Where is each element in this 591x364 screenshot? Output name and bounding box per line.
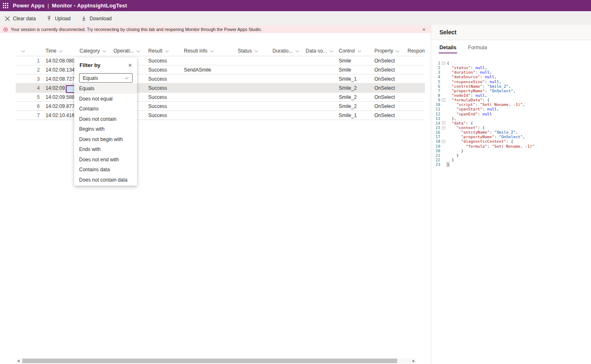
filter-option[interactable]: Contains [74,104,137,114]
filter-close-icon[interactable]: ✕ [128,63,132,68]
scrollbar-thumb[interactable] [22,359,397,363]
scroll-left-arrow[interactable]: ◀ [16,358,21,364]
cell-num[interactable]: 6 [31,102,42,110]
cell-data_source[interactable] [302,93,335,101]
cell-status[interactable] [234,56,269,65]
download-button[interactable]: Download [81,11,111,26]
cell-control[interactable]: Smile [335,65,371,74]
cell-num[interactable]: 1 [31,56,42,65]
cell-time[interactable]: 14:02:08.134 [42,65,76,74]
fold-collapse-icon[interactable]: − [442,98,445,102]
column-header-operati-[interactable]: Operati... [110,46,145,56]
cell-duration[interactable] [269,102,302,110]
cell-property[interactable]: OnSelect [371,65,404,74]
column-header-duratio-[interactable]: Duratio... [269,46,302,56]
waffle-menu-icon[interactable] [0,0,11,11]
cell-duration[interactable] [269,56,302,65]
cell-property[interactable]: OnSelect [371,56,404,65]
cell-response[interactable] [404,111,425,120]
cell-control[interactable]: Smile_1 [335,74,371,83]
cell-response[interactable] [404,74,425,83]
cell-data_source[interactable] [302,56,335,65]
cell-response[interactable] [404,84,425,92]
cell-time[interactable]: 14:02:10.416 [42,111,76,120]
cell-result_info[interactable] [181,84,234,92]
filter-option[interactable]: Does not end with [74,155,137,165]
cell-control[interactable]: Smile_1 [335,111,371,120]
cell-control[interactable]: Smile_2 [335,93,371,101]
cell-property[interactable]: OnSelect [371,111,404,120]
cell-duration[interactable] [269,74,302,83]
cell-data_source[interactable] [302,74,335,83]
filter-option[interactable]: Contains data [74,165,137,175]
cell-status[interactable] [234,102,269,110]
scroll-right-arrow[interactable]: ▶ [411,358,416,364]
cell-status[interactable] [234,93,269,101]
cell-num[interactable]: 3 [31,74,42,83]
tab-formula[interactable]: Formula [463,41,492,54]
cell-result_info[interactable] [181,111,234,120]
tab-details[interactable]: Details [434,41,461,54]
cell-result_info[interactable] [181,102,234,110]
cell-result[interactable]: Success [145,74,181,83]
row-select-cell[interactable] [16,56,31,65]
cell-result_info[interactable]: SendASmile [181,65,234,74]
cell-time[interactable]: 14:02:09.588 [42,93,76,101]
row-select-cell[interactable] [16,74,31,83]
cell-response[interactable] [404,56,425,65]
cell-time[interactable]: 14:02:09.877 [42,102,76,110]
cell-data_source[interactable] [302,84,335,92]
cell-status[interactable] [234,74,269,83]
json-code-editor[interactable]: 1−{2 "status": null,3 "duration": null,4… [431,61,591,167]
cell-response[interactable] [404,93,425,101]
cell-data_source[interactable] [302,111,335,120]
cell-property[interactable]: OnSelect [371,93,404,101]
cell-result_info[interactable] [181,56,234,65]
cell-control[interactable]: Smile [335,56,371,65]
column-header-control[interactable]: Control [335,46,371,56]
cell-time[interactable]: 14:02:08.727 [42,74,76,83]
row-select-cell[interactable] [16,111,31,120]
cell-response[interactable] [404,65,425,74]
cell-result_info[interactable] [181,74,234,83]
cell-num[interactable]: 5 [31,93,42,101]
cell-control[interactable]: Smile_2 [335,84,371,92]
column-header-result[interactable]: Result [145,46,181,56]
column-header-result-info[interactable]: Result info [181,46,234,56]
cell-result[interactable]: Success [145,84,181,92]
column-header-respon-[interactable]: Respon... [404,46,425,56]
column-header-property[interactable]: Property [371,46,404,56]
cell-control[interactable]: Smile_2 [335,102,371,110]
cell-data_source[interactable] [302,65,335,74]
cell-num[interactable]: 4 [31,84,42,92]
cell-duration[interactable] [269,84,302,92]
cell-result[interactable]: Success [145,111,181,120]
filter-operator-dropdown[interactable]: Equals [79,73,133,83]
row-select-cell[interactable] [16,84,31,92]
fold-collapse-icon[interactable]: − [442,121,445,125]
column-header-category[interactable]: Category [76,46,110,56]
cell-result[interactable]: Success [145,65,181,74]
column-header-row-number[interactable] [31,46,42,56]
row-select-cell[interactable] [16,93,31,101]
fold-collapse-icon[interactable]: − [442,140,445,143]
clear-data-button[interactable]: Clear data [5,11,36,26]
cell-status[interactable] [234,111,269,120]
filter-option[interactable]: Begins with [74,124,137,134]
cell-duration[interactable] [269,93,302,101]
cell-result[interactable]: Success [145,93,181,101]
fold-collapse-icon[interactable]: − [442,126,445,129]
cell-property[interactable]: OnSelect [371,84,404,92]
scrollbar-track[interactable] [21,358,411,364]
column-header-time[interactable]: Time [42,46,76,56]
filter-option[interactable]: Equals [74,84,137,94]
cell-num[interactable]: 7 [31,111,42,120]
cell-data_source[interactable] [302,102,335,110]
column-header-status[interactable]: Status [234,46,269,56]
cell-property[interactable]: OnSelect [371,74,404,83]
cell-response[interactable] [404,102,425,110]
row-select-cell[interactable] [16,102,31,110]
fold-collapse-icon[interactable]: − [442,62,445,65]
column-header-data-so-[interactable]: Data so... [302,46,335,56]
filter-option[interactable]: Does not equal [74,94,137,104]
